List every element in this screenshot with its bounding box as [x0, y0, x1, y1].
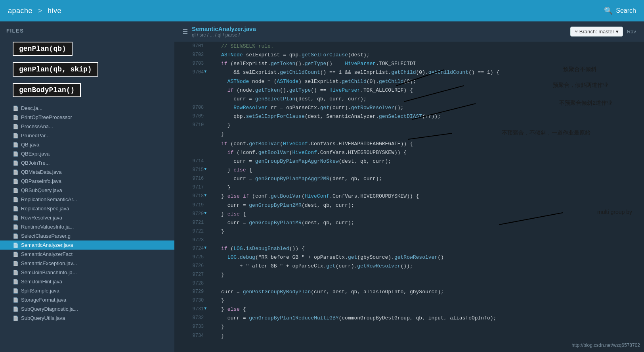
code-line: } else { — [209, 166, 644, 175]
line-number: 9725 — [174, 253, 204, 262]
file-item[interactable]: 📄SemiJoinBranchInfo.ja... — [0, 268, 174, 277]
line-number: 9710 — [174, 121, 204, 130]
code-line: curr = genGroupByPlan2MR(dest, qb, curr)… — [209, 201, 644, 210]
line-number: 9714 — [174, 157, 204, 166]
code-line: qbp.setSelExprForClause(dest, SemanticAn… — [209, 112, 644, 121]
file-item[interactable]: 📄QBExpr.java — [0, 149, 174, 158]
line-indicator — [204, 140, 209, 148]
table-row: 9709 qbp.setSelExprForClause(dest, Seman… — [174, 112, 644, 121]
line-indicator — [204, 183, 209, 192]
file-icon: 📄 — [13, 233, 19, 239]
hamburger-icon[interactable]: ☰ — [182, 28, 188, 35]
line-number: 9722 — [174, 227, 204, 236]
code-line: } else if (conf.getBoolVar(HiveConf.Conf… — [209, 192, 644, 201]
file-item[interactable]: 📄ProcessAna... — [0, 122, 174, 131]
line-indicator — [204, 60, 209, 68]
breadcrumb-apache: apache — [8, 7, 32, 15]
file-item[interactable]: 📄SemanticAnalyzerFact — [0, 250, 174, 259]
file-item[interactable]: 📄QBJoinTre... — [0, 158, 174, 167]
file-icon: 📄 — [13, 306, 19, 312]
branch-icon: ⑂ — [575, 29, 578, 35]
line-indicator — [204, 314, 209, 323]
file-header-left: ☰ SemanticAnalyzer.java ql / src / ... /… — [182, 25, 256, 38]
file-item[interactable]: 📄RuntimeValuesInfo.ja... — [0, 222, 174, 231]
file-item[interactable]: 📄QB.java — [0, 140, 174, 149]
file-item[interactable]: 📄Desc.ja... — [0, 104, 174, 113]
cn-annotation-4: 不预聚合，不倾斜，一道作业最原始 — [502, 129, 590, 137]
line-number: 9708 — [174, 104, 204, 112]
file-icon: 📄 — [13, 197, 19, 202]
line-indicator — [204, 42, 209, 51]
line-number: 9721 — [174, 219, 204, 227]
file-item[interactable]: 📄ReplicationSemanticAr... — [0, 195, 174, 204]
code-line: } — [209, 323, 644, 331]
annotation-box-3: genBodyPlan() — [6, 81, 174, 99]
files-label: FILES — [0, 21, 174, 37]
file-icon: 📄 — [13, 288, 19, 294]
branch-button[interactable]: ⑂ Branch: master ▾ — [570, 27, 623, 37]
line-number: 9726 — [174, 262, 204, 271]
file-header-right: ⑂ Branch: master ▾ Rav — [570, 27, 636, 37]
file-item[interactable]: 📄SubQueryDiagnostic.ja... — [0, 304, 174, 314]
line-number: 9703 — [174, 60, 204, 68]
table-row: 9729 curr = genPostGroupByBodyPlan(curr,… — [174, 288, 644, 296]
table-row: 9733 } — [174, 323, 644, 331]
code-line: } — [209, 121, 644, 130]
file-item[interactable]: 📄PrintOpTreeProcessor — [0, 113, 174, 122]
table-row: if (!conf.getBoolVar(HiveConf.ConfVars.H… — [174, 148, 644, 157]
file-item[interactable]: 📄ReplicationSpec.java — [0, 204, 174, 213]
file-icon: 📄 — [13, 151, 19, 157]
line-number: 9701 — [174, 42, 204, 51]
table-row: 9720▼ } else { — [174, 210, 644, 219]
file-icon: 📄 — [13, 133, 19, 138]
topbar: apache > hive 🔍 Search — [0, 0, 644, 21]
file-item[interactable]: 📄SemiJoinHint.java — [0, 277, 174, 286]
file-item[interactable]: 📄PrunedPar... — [0, 131, 174, 140]
file-item[interactable]: 📄StorageFormat.java — [0, 295, 174, 304]
line-indicator — [204, 262, 209, 271]
line-number: 9720 — [174, 210, 204, 219]
search-area[interactable]: 🔍 Search — [604, 6, 636, 15]
table-row: 9732 curr = genGroupByPlan1ReduceMultiGB… — [174, 314, 644, 323]
table-row: 9719 curr = genGroupByPlan2MR(dest, qb, … — [174, 201, 644, 210]
line-indicator: ▼ — [204, 192, 209, 201]
line-number: 9702 — [174, 51, 204, 60]
file-item[interactable]: 📄QBMetaData.java — [0, 167, 174, 177]
line-indicator — [204, 148, 209, 157]
file-item[interactable]: 📄RowResolver.java — [0, 213, 174, 222]
file-icon: 📄 — [13, 224, 19, 230]
file-item[interactable]: 📄QBSubQuery.java — [0, 186, 174, 195]
table-row: 9731▼ } else { — [174, 305, 644, 314]
file-item[interactable]: 📄SemanticAnalyzer.java — [0, 240, 174, 250]
line-indicator — [204, 219, 209, 227]
file-item[interactable]: 📄SplitSample.java — [0, 286, 174, 295]
file-item[interactable]: 📄SemanticException.jav... — [0, 259, 174, 268]
line-indicator — [204, 104, 209, 112]
line-indicator — [204, 175, 209, 183]
line-number — [174, 140, 204, 148]
code-line: } else { — [209, 305, 644, 314]
table-row: 9726 + " after GB " + opParseCtx.get(cur… — [174, 262, 644, 271]
line-indicator — [204, 121, 209, 130]
code-line: } — [209, 183, 644, 192]
table-row: 9723 — [174, 236, 644, 244]
code-line — [209, 236, 644, 244]
line-number: 9716 — [174, 175, 204, 183]
code-line: curr = genGroupByPlan1MR(dest, qb, curr)… — [209, 219, 644, 227]
line-indicator — [204, 227, 209, 236]
file-icon: 📄 — [13, 106, 19, 111]
file-list: 📄Desc.ja...📄PrintOpTreeProcessor📄Process… — [0, 102, 174, 324]
file-item[interactable]: 📄QBParseInfo.java — [0, 177, 174, 186]
table-row: 9701 // SEL%SEL% rule. — [174, 42, 644, 51]
file-icon: 📄 — [13, 279, 19, 285]
file-icon: 📄 — [13, 188, 19, 193]
main-layout: FILES genPlan(qb) genPlan(qb, skip) genB… — [0, 21, 644, 352]
code-area[interactable]: 9701 // SEL%SEL% rule.9702 ASTNode selEx… — [174, 42, 644, 352]
file-icon: 📄 — [13, 270, 19, 275]
table-row: 9728 — [174, 279, 644, 288]
file-path: ql / src / ... / ql / parse / — [192, 32, 256, 38]
code-line: curr = genGroupByPlan1ReduceMultiGBY(com… — [209, 314, 644, 323]
file-item[interactable]: 📄SubQueryUtils.java — [0, 314, 174, 323]
file-item[interactable]: 📄SelectClauseParser.g — [0, 231, 174, 240]
line-number: 9728 — [174, 279, 204, 288]
